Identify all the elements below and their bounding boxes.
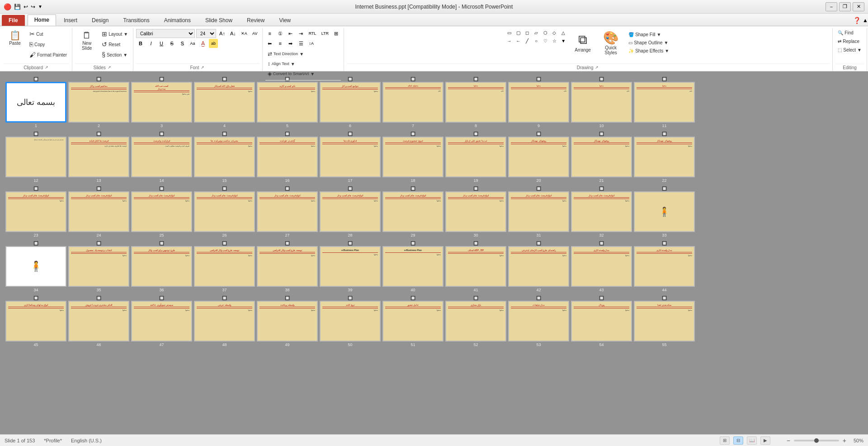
shape-rectangle[interactable]: ▭ bbox=[505, 29, 513, 36]
minimize-button[interactable]: − bbox=[826, 2, 837, 11]
slide-thumb-38[interactable]: توسعه طرح كسب وكار اقتراضی محتوا bbox=[257, 246, 318, 287]
quick-access-undo[interactable]: ↩ bbox=[24, 4, 28, 10]
strikethrough-button[interactable]: S bbox=[167, 39, 176, 48]
slide-item-40[interactable]: 🔲 e-Business Plan محتوا 40 bbox=[382, 241, 443, 292]
slide-item-2[interactable]: 🔲 مفاهیم كسب و كار any good e-business h… bbox=[68, 77, 129, 128]
slide-thumb-49[interactable]: واسطه پرداخت محتوا bbox=[257, 301, 318, 342]
slide-item-34[interactable]: 🔲 🧍 34 bbox=[5, 241, 66, 292]
slide-item-28[interactable]: 🔲 انواع فرصت های كسب و تار محتوا 28 bbox=[320, 186, 381, 237]
shape-effects-button[interactable]: ✨ Shape Effects ▼ bbox=[626, 47, 671, 55]
slide-item-21[interactable]: 🔲 روشهای مهمكار محتوا 21 bbox=[571, 132, 632, 183]
slide-thumb-13[interactable]: فرصت ها قابل قبلند فرصت ها تعاریف متعددی… bbox=[68, 137, 129, 177]
slide-thumb-32[interactable]: انواع فرصت های كسب و تار محتوا bbox=[571, 191, 632, 232]
ribbon-collapse-icon[interactable]: ▲ bbox=[863, 17, 868, 24]
copy-button[interactable]: ⎘ Copy bbox=[27, 39, 69, 49]
slide-item-9[interactable]: 🔲 محتوا متن 9 bbox=[508, 77, 569, 128]
shape-line[interactable]: ╱ bbox=[523, 37, 531, 44]
quick-access-redo[interactable]: ↪ bbox=[31, 4, 35, 10]
tab-review[interactable]: Review bbox=[240, 15, 271, 26]
slide-thumb-2[interactable]: مفاهیم كسب و كار any good e-business has… bbox=[68, 82, 129, 123]
tab-home[interactable]: Home bbox=[28, 14, 56, 26]
slide-item-7[interactable]: 🔲 محتوای اسلاید متن 7 bbox=[382, 77, 443, 128]
slide-item-19[interactable]: 🔲 تب بنا نقبور علی از بازار محتوا 19 bbox=[445, 132, 506, 183]
slide-item-52[interactable]: 🔲 بازار مجازی محتوا 52 bbox=[445, 296, 506, 347]
slide-item-46[interactable]: 🔲 اقدام مقتدری خريد با فروش محتوا 46 bbox=[68, 296, 129, 347]
slide-item-33[interactable]: 🔲 🧍 33 bbox=[634, 186, 695, 237]
tab-transitions[interactable]: Transitions bbox=[116, 15, 156, 26]
slide-thumb-25[interactable]: انواع فرصت های كسب و تار محتوا bbox=[131, 191, 192, 232]
slide-item-10[interactable]: 🔲 محتوا متن 10 bbox=[571, 77, 632, 128]
slide-thumb-21[interactable]: روشهای مهمكار محتوا bbox=[571, 137, 632, 177]
zoom-slider[interactable] bbox=[794, 440, 839, 441]
slide-thumb-48[interactable]: واسطه خرجی محتوا bbox=[194, 301, 255, 342]
select-button[interactable]: ⬚ Select ▼ bbox=[835, 46, 864, 54]
slide-item-12[interactable]: 🔲 محتوا درباره فرصت‌های كسب و كار در اقت… bbox=[5, 132, 66, 183]
format-painter-button[interactable]: 🖌 Format Painter bbox=[27, 50, 69, 60]
slide-item-4[interactable]: 🔲 شغل بازار الله كسبكار محتوا 4 bbox=[194, 77, 255, 128]
slide-thumb-10[interactable]: محتوا متن bbox=[571, 82, 632, 123]
reset-button[interactable]: ↺ Reset bbox=[99, 39, 130, 49]
slide-item-11[interactable]: 🔲 محتوا متن 11 bbox=[634, 77, 695, 128]
slide-item-29[interactable]: 🔲 انواع فرصت های كسب و تار محتوا 29 bbox=[382, 186, 443, 237]
restore-button[interactable]: ❐ bbox=[839, 2, 851, 11]
convert-smartart-button[interactable]: ◈ Convert to SmartArt ▼ bbox=[265, 69, 317, 78]
slide-item-45[interactable]: 🔲 انواع مدلهای وسائط كاری محتوا 45 bbox=[5, 296, 66, 347]
tab-slideshow[interactable]: Slide Show bbox=[198, 15, 239, 26]
slide-thumb-44[interactable]: مدل وابسته كاری محتوا bbox=[634, 246, 695, 287]
font-color-button[interactable]: A̲ bbox=[198, 39, 208, 48]
justify-button[interactable]: ☰ bbox=[297, 39, 306, 48]
slide-item-18[interactable]: 🔲 خروج جمعوری فرصت محتوا 18 bbox=[382, 132, 443, 183]
columns-button[interactable]: ⊞ bbox=[332, 29, 341, 38]
reading-view-button[interactable]: 📖 bbox=[747, 437, 757, 445]
bold-button[interactable]: B bbox=[136, 39, 145, 48]
slide-sorter-view-button[interactable]: ⊟ bbox=[733, 437, 743, 445]
slide-item-37[interactable]: 🔲 توسعه طرح كسب وكار اقتراضی محتوا 37 bbox=[194, 241, 255, 292]
shape-arrow-right[interactable]: → bbox=[505, 37, 513, 44]
slide-item-15[interactable]: 🔲 مجريان مناسب بوس ايده ها محتوا 15 bbox=[194, 132, 255, 183]
shape-diamond[interactable]: ◇ bbox=[550, 29, 558, 36]
tab-file[interactable]: File bbox=[2, 15, 25, 26]
slide-thumb-45[interactable]: انواع مدلهای وسائط كاری محتوا bbox=[5, 301, 66, 342]
tab-animations[interactable]: Animations bbox=[157, 15, 198, 26]
rtl-direction-button[interactable]: RTL bbox=[307, 29, 318, 38]
slide-thumb-14[interactable]: فرق ايده و فرصت تعریف ایده و فرصت متفاوت… bbox=[131, 137, 192, 177]
shape-parallelogram[interactable]: ▱ bbox=[532, 29, 540, 36]
slide-item-13[interactable]: 🔲 فرصت ها قابل قبلند فرصت ها تعاریف متعد… bbox=[68, 132, 129, 183]
slide-thumb-53[interactable]: مدل تبليغات محتوا bbox=[508, 301, 569, 342]
increase-font-size-button[interactable]: A↑ bbox=[217, 29, 227, 38]
shape-heart[interactable]: ♡ bbox=[541, 37, 549, 44]
quick-access-more[interactable]: ▼ bbox=[38, 4, 42, 9]
slide-item-53[interactable]: 🔲 مدل تبليغات محتوا 53 bbox=[508, 296, 569, 347]
line-spacing-button[interactable]: ↕A bbox=[307, 39, 316, 48]
slide-thumb-24[interactable]: انواع فرصت های كسب و تار محتوا bbox=[68, 191, 129, 232]
slide-thumb-29[interactable]: انواع فرصت های كسب و تار محتوا bbox=[382, 191, 443, 232]
slide-item-27[interactable]: 🔲 انواع فرصت های كسب و تار محتوا 27 bbox=[257, 186, 318, 237]
slides-expand-button[interactable]: ↗ bbox=[107, 65, 112, 70]
slide-thumb-12[interactable]: محتوا درباره فرصت‌های كسب و كار در اقتصا… bbox=[5, 137, 66, 177]
align-left-button[interactable]: ⬅ bbox=[265, 39, 274, 48]
slide-item-39[interactable]: 🔲 e-Business Plan محتوا 39 bbox=[320, 241, 381, 292]
slide-item-31[interactable]: 🔲 انواع فرصت های كسب و تار محتوا 31 bbox=[508, 186, 569, 237]
decrease-indent-button[interactable]: ⇤ bbox=[286, 29, 295, 38]
slide-item-30[interactable]: 🔲 انواع فرصت های كسب و تار محتوا 30 bbox=[445, 186, 506, 237]
quick-styles-button[interactable]: 🎨 Quick Styles bbox=[598, 29, 623, 56]
shapes-more[interactable]: ▼ bbox=[559, 37, 567, 44]
slide-item-44[interactable]: 🔲 مدل وابسته كاری محتوا 44 bbox=[634, 241, 695, 292]
slide-thumb-16[interactable]: آزادی در حق ايده محتوا bbox=[257, 137, 318, 177]
slide-item-3[interactable]: 🔲 كسب حب اللهبيت و يار متن محتوا 3 bbox=[131, 77, 192, 128]
italic-button[interactable]: I bbox=[146, 39, 156, 48]
slide-thumb-6[interactable]: جوامع كسب و كار محتوا bbox=[320, 82, 381, 123]
normal-view-button[interactable]: ⊞ bbox=[720, 437, 730, 445]
font-size-select[interactable]: 24 bbox=[196, 29, 216, 38]
slide-thumb-36[interactable]: طرح توجيهي براي كسب وكار محتوا bbox=[131, 246, 192, 287]
align-text-button[interactable]: ↕ Align Text ▼ bbox=[265, 59, 297, 68]
find-button[interactable]: 🔍 Find bbox=[835, 29, 855, 37]
slideshow-view-button[interactable]: ▶ bbox=[760, 437, 770, 445]
shape-rounded-rect[interactable]: ▢ bbox=[514, 29, 522, 36]
clipboard-expand-button[interactable]: ↗ bbox=[44, 65, 49, 70]
help-icon[interactable]: ❓ bbox=[853, 17, 861, 24]
slide-item-14[interactable]: 🔲 فرق ايده و فرصت تعریف ایده و فرصت متفا… bbox=[131, 132, 192, 183]
align-right-button[interactable]: ➡ bbox=[286, 39, 295, 48]
underline-button[interactable]: U bbox=[157, 39, 166, 48]
slide-thumb-18[interactable]: خروج جمعوری فرصت محتوا bbox=[382, 137, 443, 177]
